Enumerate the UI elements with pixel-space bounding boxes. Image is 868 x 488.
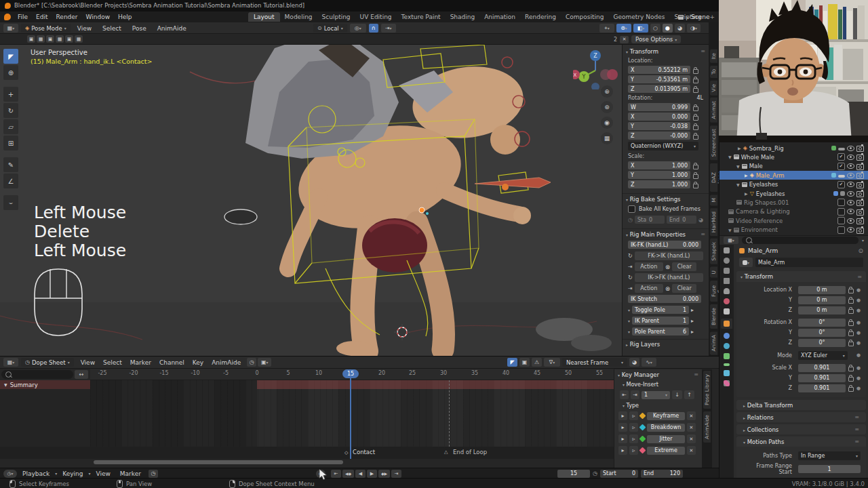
deselect-keys-button[interactable]: ▹ <box>629 446 638 455</box>
shading-material-button[interactable]: ◕ <box>675 24 685 33</box>
frame-start-field[interactable]: Start0 <box>600 470 638 478</box>
rotation-x-field[interactable]: X0.000 <box>628 113 690 121</box>
select-keys-button[interactable]: ▸ <box>618 434 627 443</box>
outliner-row[interactable]: ▶ ▽ Eyelashes <box>719 189 868 198</box>
contact-marker-icon[interactable]: ◇ <box>344 450 348 455</box>
sidebar-tab-fuse[interactable]: Fuse S <box>710 281 717 302</box>
sidebar-tab-anima[interactable]: AnimA <box>710 331 717 354</box>
gizmo-toggle-dropdown[interactable]: ⌖▾ <box>599 24 614 33</box>
viewport-3d[interactable]: ◤ ⊕ + ↻ ▱ ⊞ ✎ ∠ ⌣ User Perspective (15) … <box>0 45 709 356</box>
lock-icon[interactable] <box>693 69 698 74</box>
eye-icon[interactable] <box>847 182 854 187</box>
ik-clear-button[interactable]: Clear <box>672 284 696 293</box>
annotate-tool[interactable]: ✎ <box>3 157 18 172</box>
parent-snap-icon[interactable]: ▸ <box>691 329 694 335</box>
overlays-toggle-dropdown[interactable]: ⊚▾ <box>616 24 631 33</box>
bake-toggle-icon[interactable]: ◕ <box>698 217 703 223</box>
lock-icon[interactable] <box>848 377 854 382</box>
outliner-row[interactable]: Rig Shapes.001 <box>719 198 868 207</box>
tool-option-icon[interactable]: ▣ <box>46 35 54 43</box>
ikfk-slider[interactable]: IK-FK (hand.L)0.000 <box>628 241 701 249</box>
eye-icon[interactable] <box>847 191 854 197</box>
snap-ik-icon[interactable]: ↻ <box>628 274 633 281</box>
pole-parent-field[interactable]: Pole Parent6 <box>632 327 689 336</box>
collection-checkbox[interactable] <box>837 208 845 216</box>
snap-mode-dropdown[interactable]: Nearest Frame▾ <box>562 358 627 367</box>
tab-texture-icon[interactable] <box>724 380 730 386</box>
move-amount-field[interactable]: 1▾ <box>642 391 670 399</box>
navigation-gizmo[interactable]: Z Y X <box>573 47 618 89</box>
prop-rot-y-field[interactable]: 0° <box>798 329 846 337</box>
play-button[interactable]: ▶ <box>367 470 377 478</box>
viewport-menu-view[interactable]: View <box>73 25 96 32</box>
timeline-menu-playback[interactable]: Playback <box>18 470 54 477</box>
prop-loc-z-field[interactable]: 0 m <box>798 306 846 314</box>
transform-tool[interactable]: ⊞ <box>3 136 18 150</box>
current-frame-badge[interactable]: 15 <box>342 369 359 378</box>
sidebar-tab-shapek[interactable]: Shapek <box>710 239 717 264</box>
object-id-icon[interactable]: ▾ <box>739 258 753 267</box>
animate-dot-icon[interactable]: ● <box>856 340 861 346</box>
workspace-tab-layout[interactable]: Layout <box>248 12 280 22</box>
animate-dot-icon[interactable]: ● <box>856 330 861 336</box>
dope-mode-dropdown[interactable]: ◷Dope Sheet▾ <box>21 358 74 367</box>
properties-options-caret[interactable]: ▾ <box>862 238 864 243</box>
play-reverse-button[interactable]: ◀ <box>355 470 366 478</box>
outliner-row[interactable]: ▼ Environment <box>719 226 868 235</box>
transform-orientation-dropdown[interactable]: ⊙Local▾ <box>313 24 347 33</box>
camera-icon[interactable] <box>856 218 864 224</box>
viewport-menu-select[interactable]: Select <box>98 25 125 32</box>
camera-icon[interactable] <box>856 173 864 179</box>
prop-rot-x-field[interactable]: 0° <box>798 319 846 327</box>
tool-option-icon[interactable]: ▦ <box>75 35 83 43</box>
tab-output-icon[interactable] <box>724 268 730 274</box>
channel-filter-toggle[interactable]: ↔ <box>75 370 88 379</box>
workspace-tab-modeling[interactable]: Modeling <box>280 14 317 20</box>
outliner-row[interactable]: ▼ Whole Male ✓ <box>719 152 868 161</box>
collection-checkbox[interactable]: ✓ <box>837 153 845 161</box>
lock-icon[interactable] <box>848 387 854 392</box>
collections-panel[interactable]: ▸ Collections≡ <box>736 424 866 434</box>
scale-tool[interactable]: ▱ <box>3 119 18 134</box>
collection-checkbox[interactable] <box>837 217 845 224</box>
scale-z-field[interactable]: Z1.000 <box>628 180 690 188</box>
errors-toggle[interactable]: ⚠ <box>532 358 542 367</box>
editor-type-button[interactable]: ▦▾ <box>3 24 18 33</box>
sidebar-tab-daz[interactable]: DAZ Impo <box>710 163 717 192</box>
camera-icon[interactable] <box>856 228 864 234</box>
sidebar-tab-screencast[interactable]: Screencast <box>710 125 717 160</box>
animate-dot-icon[interactable]: ● <box>856 320 861 325</box>
dope-tab-pose-library[interactable]: Pose Library <box>703 371 711 409</box>
animate-dot-icon[interactable]: ● <box>856 298 861 303</box>
motion-paths-panel[interactable]: ▾ Motion Paths≡ <box>736 436 866 447</box>
xray-toggle-dropdown[interactable]: ◧▾ <box>633 24 648 33</box>
perspective-toggle-icon[interactable]: ▦ <box>601 132 613 144</box>
lock-icon[interactable] <box>848 342 854 346</box>
select-keys-button[interactable]: ▸ <box>618 411 627 420</box>
pole-parent-caret[interactable]: ▾ <box>628 329 630 334</box>
camera-icon[interactable] <box>856 164 864 170</box>
ik-action-button[interactable]: Action <box>635 284 663 293</box>
frame-end-field[interactable]: End120 <box>641 470 683 478</box>
parent-snap-icon[interactable]: ▸ <box>691 318 694 324</box>
rig-bake-panel-title[interactable]: Rig Bake Settings <box>630 196 681 203</box>
properties-filter-button[interactable]: ▦▾ <box>724 237 738 244</box>
proportional-edit-toggle[interactable]: ◕ <box>629 358 639 367</box>
summary-channel[interactable]: ▼ Summary <box>0 380 90 389</box>
location-y-field[interactable]: Y-0.53561 m <box>628 75 690 83</box>
tab-bone-constraint-icon[interactable] <box>724 370 730 376</box>
lock-icon[interactable] <box>848 289 854 293</box>
horizontal-scrollbar[interactable] <box>94 460 343 464</box>
tab-collection-icon[interactable] <box>724 308 730 314</box>
tab-constraints-icon[interactable] <box>724 333 730 339</box>
menu-window[interactable]: Window <box>82 14 115 20</box>
insert-up-button[interactable]: ↑ <box>684 390 694 399</box>
end-of-loop-marker-icon[interactable]: △ <box>444 449 448 455</box>
object-name-field[interactable]: Male_Arm <box>755 258 863 267</box>
menu-render[interactable]: Render <box>52 14 82 20</box>
outliner-row[interactable]: ▼ Eyelashes ✓ <box>719 180 868 189</box>
lock-icon[interactable] <box>693 165 698 169</box>
paths-type-dropdown[interactable]: In Range▾ <box>798 451 861 460</box>
lock-icon[interactable] <box>693 125 698 130</box>
tab-scene-icon[interactable] <box>724 288 730 294</box>
